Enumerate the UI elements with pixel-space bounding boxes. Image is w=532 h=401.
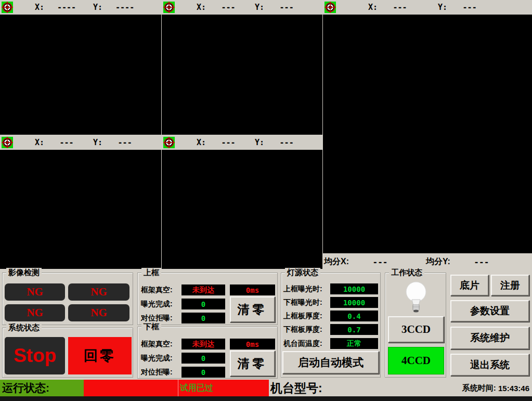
light-source-status-group: 灯源状态 上框曝光时: 10000 下框曝光时: 10000 上框板厚度: 0.… (281, 273, 381, 378)
camera2-view (162, 15, 322, 135)
vacuum-time-value: 0ms (230, 339, 275, 350)
upper-frame-group: 上框 框架真空: 未到达 0ms 曝光完成: 0 对位拒曝: 0 清零 (137, 273, 278, 325)
align-reject-value: 0 (181, 367, 225, 378)
ng-indicator-3: NG (5, 304, 65, 321)
camera3-header: X: --- Y: --- (323, 0, 532, 15)
y-coordinate-value: --- (264, 138, 309, 147)
align-reject-value: 0 (181, 313, 225, 324)
average-y-value: --- (450, 257, 513, 267)
x-coordinate-value: --- (44, 138, 89, 147)
y-coordinate-label: Y: (255, 3, 264, 12)
bottom-edge-strip (0, 396, 532, 401)
camera4-view (0, 150, 161, 269)
x-coordinate-value: --- (206, 3, 251, 12)
y-coordinate-label: Y: (438, 3, 447, 12)
average-coordinates-bar: 均分X: --- 均分Y: --- (323, 254, 532, 269)
camera5-view (162, 150, 322, 269)
crosshair-target-icon (163, 2, 175, 13)
table-temperature-label: 机台面温度: (283, 339, 322, 348)
lower-clear-button[interactable]: 清零 (230, 351, 275, 377)
y-coordinate-label: Y: (255, 138, 264, 147)
x-coordinate-label: X: (35, 3, 44, 12)
crosshair-target-icon (163, 137, 175, 148)
upper-board-thickness-label: 上框板厚度: (283, 312, 322, 321)
lamp-bulb-icon (401, 280, 431, 317)
stop-button[interactable]: Stop (5, 337, 65, 374)
ccd3-mode-button[interactable]: 3CCD (388, 316, 444, 343)
vacuum-status-value: 未到达 (181, 284, 225, 295)
upper-board-thickness-value: 0.4 (330, 311, 378, 321)
crosshair-target-icon (325, 2, 336, 13)
upper-exposure-time-label: 上框曝光时: (283, 284, 322, 294)
system-maintenance-button[interactable]: 系统维护 (450, 327, 529, 350)
system-status-group: 系统状态 Stop 回零 (2, 328, 133, 378)
system-time-value: 15:43:46 (498, 384, 529, 393)
vacuum-label: 框架真空: (141, 340, 173, 349)
vacuum-status-value: 未到达 (181, 339, 225, 350)
lower-board-thickness-label: 下框板厚度: (283, 325, 322, 334)
table-temperature-value: 正常 (330, 338, 378, 349)
x-coordinate-label: X: (35, 138, 44, 147)
x-coordinate-value: ---- (44, 3, 89, 12)
run-status-label: 运行状态: (0, 380, 84, 396)
exposure-done-value: 0 (181, 299, 225, 309)
exit-system-button[interactable]: 退出系统 (450, 354, 529, 376)
upper-clear-button[interactable]: 清零 (230, 296, 275, 322)
system-status-title: 系统状态 (6, 323, 42, 332)
camera1-header: X: ---- Y: ---- (0, 0, 161, 15)
ng-indicator-4: NG (68, 304, 129, 321)
ccd4-mode-button[interactable]: 4CCD (388, 347, 444, 374)
camera4-header: X: --- Y: --- (0, 135, 161, 150)
average-y-label: 均分Y: (426, 256, 450, 267)
light-source-status-title: 灯源状态 (285, 268, 320, 277)
image-detection-group: 影像检测 NG NG NG NG (2, 273, 133, 325)
image-detection-title: 影像检测 (6, 268, 42, 277)
system-time-label: 系统时间: (462, 383, 496, 393)
camera1-view (0, 15, 161, 135)
lower-frame-group: 下框 框架真空: 未到达 0ms 曝光完成: 0 对位拒曝: 0 清零 (137, 327, 278, 379)
crosshair-target-icon (2, 137, 13, 148)
exposure-done-value: 0 (181, 353, 225, 364)
y-coordinate-value: --- (264, 3, 309, 12)
register-button[interactable]: 注册 (491, 275, 529, 296)
y-coordinate-value: ---- (102, 3, 147, 12)
trial-expired-banner: 试用已过 (178, 380, 269, 396)
machine-control-screen: X: ---- Y: ---- X: --- Y: --- X: --- Y: … (0, 0, 532, 401)
film-button[interactable]: 底片 (450, 275, 489, 296)
average-x-label: 均分X: (324, 256, 349, 267)
return-zero-button[interactable]: 回零 (68, 337, 132, 374)
camera5-header: X: --- Y: --- (162, 135, 322, 150)
crosshair-target-icon (2, 2, 13, 13)
vacuum-label: 框架真空: (141, 286, 173, 295)
x-coordinate-label: X: (197, 3, 206, 12)
exposure-done-label: 曝光完成: (141, 354, 173, 363)
camera3-view (323, 15, 532, 253)
start-auto-mode-button[interactable]: 启动自动模式 (282, 351, 379, 374)
x-coordinate-value: --- (206, 138, 251, 147)
y-coordinate-value: --- (102, 138, 147, 147)
x-coordinate-label: X: (197, 138, 206, 147)
exposure-done-label: 曝光完成: (141, 300, 173, 309)
y-coordinate-label: Y: (93, 3, 102, 12)
lower-exposure-time-value: 10000 (330, 297, 378, 308)
ng-indicator-1: NG (5, 283, 65, 301)
x-coordinate-label: X: (368, 3, 378, 12)
camera2-header: X: --- Y: --- (162, 0, 322, 15)
y-coordinate-label: Y: (93, 138, 102, 147)
work-status-group: 工作状态 3CCD 4CCD (385, 273, 446, 378)
x-coordinate-value: --- (378, 3, 422, 12)
average-x-value: --- (349, 257, 411, 267)
lower-exposure-time-label: 下框曝光时: (283, 298, 322, 307)
work-status-title: 工作状态 (389, 268, 424, 277)
status-bar-red-segment (84, 380, 178, 396)
lower-frame-title: 下框 (141, 322, 161, 331)
align-reject-label: 对位拒曝: (141, 368, 173, 377)
parameter-settings-button[interactable]: 参数设置 (450, 300, 529, 322)
upper-frame-title: 上框 (141, 268, 161, 277)
machine-model-label: 机台型号: (270, 380, 442, 396)
vacuum-time-value: 0ms (230, 284, 275, 295)
ng-indicator-2: NG (68, 283, 129, 301)
upper-exposure-time-value: 10000 (330, 283, 378, 294)
system-time: 系统时间: 15:43:46 (442, 380, 529, 396)
y-coordinate-value: --- (447, 3, 492, 12)
